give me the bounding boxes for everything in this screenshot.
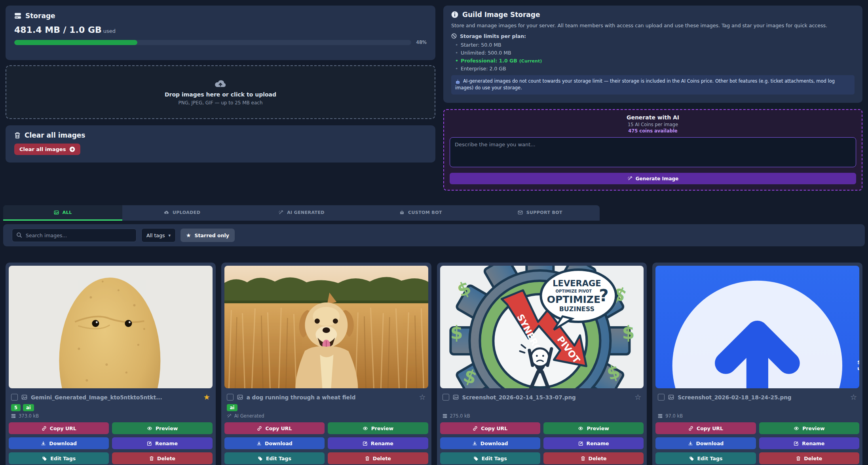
download-button[interactable]: Download [440,437,540,449]
copy-url-button[interactable]: Copy URL [655,422,756,434]
tab-support-bot[interactable]: SUPPORT BOT [481,205,600,221]
image-card: a dog running through a wheat field ai A… [221,263,431,465]
plan-starter: Starter: 50.0 MB [461,42,855,48]
edit-tags-button[interactable]: Edit Tags [440,452,540,464]
prompt-input[interactable] [450,137,856,167]
pencil-icon [794,441,799,446]
svg-text:$: $ [450,322,463,343]
tag-icon [689,456,694,461]
image-card: $ $ $ $ $ $ SYNERGY PIVOT LEVERAGE OPTIM… [437,263,647,465]
link-icon [257,426,262,431]
image-thumbnail-business-cartoon[interactable]: $ $ $ $ $ $ SYNERGY PIVOT LEVERAGE OPTIM… [440,266,644,388]
image-icon [54,210,59,215]
storage-icon [14,12,21,19]
guild-image-storage-page: Storage 481.4 MB / 1.0 GBused 48% Drop i… [0,0,868,465]
upload-dropzone[interactable]: Drop images here or click to upload PNG,… [6,65,435,119]
star-toggle[interactable] [634,393,641,401]
preview-button[interactable]: Preview [112,422,212,434]
storage-icon [658,414,663,418]
storage-icon [443,414,447,418]
cloud-upload-icon [214,79,227,89]
search-input[interactable] [12,229,137,242]
copy-url-button[interactable]: Copy URL [9,422,109,434]
preview-button[interactable]: Preview [328,422,428,434]
edit-tags-button[interactable]: Edit Tags [224,452,325,464]
storage-usage: 481.4 MB / 1.0 GBused [14,25,427,35]
trash-icon [14,132,21,139]
pencil-icon [363,441,368,446]
image-thumbnail-upgrade-dialog[interactable]: Server upgraden schalte neue Funktionen … [655,266,859,388]
delete-button[interactable]: Delete [112,452,212,464]
download-button[interactable]: Download [224,437,325,449]
clear-all-button[interactable]: Clear all images [14,144,80,155]
tag-icon [473,456,479,461]
link-icon [473,426,478,431]
image-icon [21,394,27,400]
delete-button[interactable]: Delete [328,452,428,464]
link-icon [42,426,47,431]
tag-row [655,401,859,412]
bubble-question-mark: ? [599,286,608,305]
file-name: Screenshot_2026-02-14_15-33-07.png [462,394,631,401]
image-thumbnail-potato[interactable] [9,266,213,388]
star-toggle[interactable] [850,393,857,401]
plan-enterprise: Enterprise: 2.0 GB [461,66,855,72]
rename-button[interactable]: Rename [759,437,859,449]
wand-icon [227,414,232,418]
eye-icon [578,426,583,431]
storage-progress-fill [14,40,137,45]
image-thumbnail-dog[interactable] [224,266,428,388]
info-icon [451,11,458,18]
select-checkbox[interactable] [227,394,234,401]
trash-icon [149,456,154,461]
dropzone-subtitle: PNG, JPEG, GIF — up to 25 MB each [178,100,262,106]
eye-icon [147,426,152,431]
generate-ai-panel: Generate with AI 15 AI Coins per image 4… [443,109,862,191]
edit-tags-button[interactable]: Edit Tags [655,452,756,464]
tab-ai-generated[interactable]: AI GENERATED [242,205,361,221]
mail-icon [518,210,523,215]
tab-uploaded[interactable]: UPLOADED [122,205,241,221]
file-size-row: 373.0 kB [9,412,213,422]
preview-button[interactable]: Preview [543,422,644,434]
copy-url-button[interactable]: Copy URL [440,422,540,434]
arrow-circle-icon [69,146,75,152]
tags-dropdown[interactable]: All tags [141,228,176,242]
rename-button[interactable]: Rename [112,437,212,449]
ai-generated-row: AI Generated [224,412,428,422]
download-icon [256,441,262,446]
star-toggle[interactable] [203,393,210,401]
copy-url-button[interactable]: Copy URL [224,422,325,434]
image-icon [453,394,459,400]
star-toggle[interactable] [419,393,425,401]
image-icon [668,394,674,400]
rename-button[interactable]: Rename [328,437,428,449]
select-checkbox[interactable] [443,394,449,401]
coins-available: 475 coins available [450,128,856,134]
rename-button[interactable]: Rename [543,437,644,449]
delete-button[interactable]: Delete [543,452,644,464]
trash-icon [796,456,801,461]
download-button[interactable]: Download [9,437,109,449]
guild-panel-title: Guild Image Storage [462,11,540,19]
download-button[interactable]: Download [655,437,756,449]
storage-percent: 48% [416,40,427,45]
delete-button[interactable]: Delete [759,452,859,464]
tag-badge: 5 [11,404,21,411]
download-icon [472,441,477,446]
starred-only-toggle[interactable]: Starred only [180,229,235,242]
tab-custom-bot[interactable]: CUSTOM BOT [361,205,480,221]
select-checkbox[interactable] [11,394,18,401]
arrow-up-circle-icon [660,268,855,388]
bubble-line-2: OPTIMIZE PIVOT [555,289,592,293]
edit-tags-button[interactable]: Edit Tags [9,452,109,464]
preview-button[interactable]: Preview [759,422,859,434]
generate-image-button[interactable]: Generate Image [450,173,856,184]
star-icon [186,232,191,238]
storage-used-label: used [103,28,116,34]
tab-all[interactable]: ALL [3,205,122,221]
upgrade-banner: Server upgraden schalte neue Funktionen … [655,266,859,388]
image-card-grid: Gemini_Generated_Image_kto5ntkto5ntkt...… [6,263,862,465]
generate-title: Generate with AI [450,114,856,121]
select-checkbox[interactable] [658,394,665,401]
